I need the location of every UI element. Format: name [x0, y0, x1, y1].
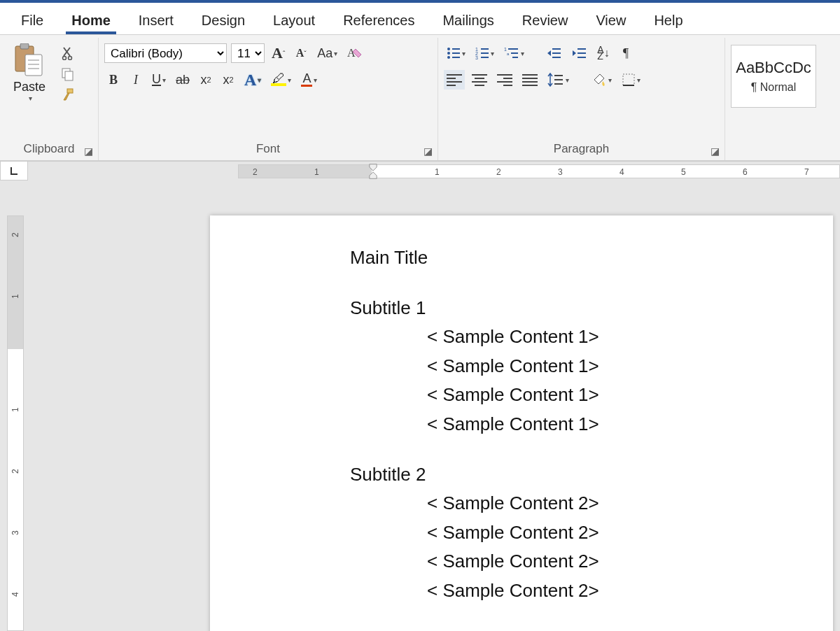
tab-selector[interactable] [0, 161, 28, 180]
svg-rect-31 [552, 57, 561, 58]
font-name-select[interactable]: Calibri (Body) [104, 43, 227, 63]
outdent-icon [547, 47, 562, 59]
style-normal[interactable]: AaBbCcDc ¶ Normal [731, 45, 816, 108]
shrink-font-button[interactable]: Aˇ [292, 43, 310, 63]
tab-home[interactable]: Home [57, 6, 125, 34]
tab-references[interactable]: References [329, 6, 428, 34]
font-color-button[interactable]: A▾ [298, 70, 320, 90]
numbering-button[interactable]: 123▾ [472, 43, 497, 63]
group-label-clipboard: Clipboard [6, 142, 92, 159]
clipboard-launcher[interactable]: ◪ [83, 146, 94, 157]
tab-file[interactable]: File [7, 6, 57, 34]
svg-rect-30 [552, 52, 561, 54]
superscript-button[interactable]: x2 [219, 70, 237, 90]
sort-button[interactable]: AZ ↓ [594, 43, 612, 63]
show-marks-button[interactable]: ¶ [617, 43, 635, 63]
copy-button[interactable] [57, 66, 78, 83]
shading-button[interactable]: ▾ [589, 70, 615, 90]
group-label-font: Font [104, 142, 432, 159]
svg-rect-2 [25, 55, 42, 76]
strikethrough-button[interactable]: ab [173, 70, 192, 90]
svg-rect-35 [554, 75, 563, 76]
svg-rect-27 [511, 52, 518, 54]
svg-rect-17 [452, 57, 460, 58]
paint-bucket-icon [592, 73, 607, 87]
borders-icon [622, 73, 636, 87]
tab-design[interactable]: Design [188, 6, 259, 34]
format-painter-button[interactable] [57, 87, 78, 104]
tab-insert[interactable]: Insert [125, 6, 188, 34]
ruler-tick: 1 [314, 167, 319, 177]
tab-help[interactable]: Help [640, 6, 696, 34]
vruler-tick: 3 [10, 530, 20, 535]
tab-review[interactable]: Review [508, 6, 582, 34]
subscript-button[interactable]: x2 [197, 70, 215, 90]
font-launcher[interactable]: ◪ [422, 146, 433, 157]
align-left-button[interactable] [444, 70, 465, 90]
decrease-indent-button[interactable] [544, 43, 565, 63]
vruler-tick: 4 [10, 592, 20, 597]
tab-layout[interactable]: Layout [259, 6, 329, 34]
doc-content-line: < Sample Content 1> [350, 410, 833, 439]
cut-button[interactable] [57, 45, 78, 62]
paste-dropdown-icon[interactable]: ▾ [29, 94, 32, 102]
multilevel-list-button[interactable]: 1a▾ [501, 43, 527, 63]
tab-view[interactable]: View [582, 6, 640, 34]
svg-rect-28 [512, 57, 518, 58]
indent-icon [572, 47, 587, 59]
multilevel-icon: 1a [504, 47, 519, 59]
vertical-ruler[interactable]: 2 1 1 2 3 4 [7, 215, 24, 631]
vruler-tick: 2 [10, 232, 20, 237]
text-effects-button[interactable]: A▾ [241, 70, 264, 90]
sort-icon: AZ ↓ [597, 47, 609, 59]
horizontal-ruler[interactable]: 2 1 1 2 3 4 5 6 7 8 [28, 161, 840, 180]
doc-title: Main Title [350, 243, 833, 273]
highlight-button[interactable]: 🖊▾ [268, 70, 294, 90]
paragraph-launcher[interactable]: ◪ [709, 146, 720, 157]
bullets-button[interactable]: ▾ [444, 43, 468, 63]
italic-button[interactable]: I [127, 70, 145, 90]
grow-font-button[interactable]: Aˆ [269, 43, 288, 63]
doc-content-line: < Sample Content 2> [350, 576, 833, 606]
svg-text:1: 1 [504, 47, 507, 52]
align-left-icon [447, 72, 462, 88]
vruler-tick: 1 [10, 407, 20, 412]
style-name-text: ¶ Normal [751, 81, 797, 94]
doc-content-line: < Sample Content 1> [350, 352, 833, 381]
svg-rect-21 [481, 52, 489, 54]
underline-button[interactable]: U▾ [149, 70, 169, 90]
tab-mailings[interactable]: Mailings [428, 6, 507, 34]
ruler-tick: 2 [496, 167, 501, 177]
svg-point-14 [447, 52, 450, 55]
svg-point-6 [63, 57, 66, 60]
ribbon-tabs: File Home Insert Design Layout Reference… [0, 3, 840, 35]
doc-content-line: < Sample Content 1> [350, 322, 833, 352]
doc-content-line: < Sample Content 2> [350, 518, 833, 548]
clear-formatting-button[interactable]: A [344, 43, 365, 63]
bold-button[interactable]: B [104, 70, 122, 90]
paste-button[interactable]: Paste ▾ [6, 41, 53, 102]
align-center-icon [472, 72, 487, 88]
group-label-paragraph: Paragraph [444, 142, 719, 159]
increase-indent-button[interactable] [569, 43, 590, 63]
line-spacing-button[interactable]: ▾ [545, 70, 572, 90]
ruler-tick: 3 [558, 167, 563, 177]
copy-icon [61, 67, 75, 81]
align-right-button[interactable] [494, 70, 515, 90]
indent-marker-icon[interactable] [369, 163, 377, 180]
ruler-tick: 1 [435, 167, 440, 177]
group-font: Calibri (Body) 11 Aˆ Aˇ Aa▾ A B I U▾ ab … [98, 38, 438, 160]
borders-button[interactable]: ▾ [619, 70, 643, 90]
paintbrush-icon [60, 87, 76, 103]
svg-rect-25 [508, 48, 518, 50]
align-center-button[interactable] [469, 70, 490, 90]
document-page[interactable]: Main Title Subtitle 1 < Sample Content 1… [210, 215, 833, 631]
tab-stop-icon [9, 166, 19, 176]
svg-text:3: 3 [475, 55, 478, 59]
bullets-icon [447, 47, 461, 59]
svg-rect-19 [481, 48, 489, 50]
justify-button[interactable] [519, 70, 540, 90]
clear-formatting-icon: A [347, 46, 363, 60]
change-case-button[interactable]: Aa▾ [314, 43, 340, 63]
font-size-select[interactable]: 11 [231, 43, 265, 63]
